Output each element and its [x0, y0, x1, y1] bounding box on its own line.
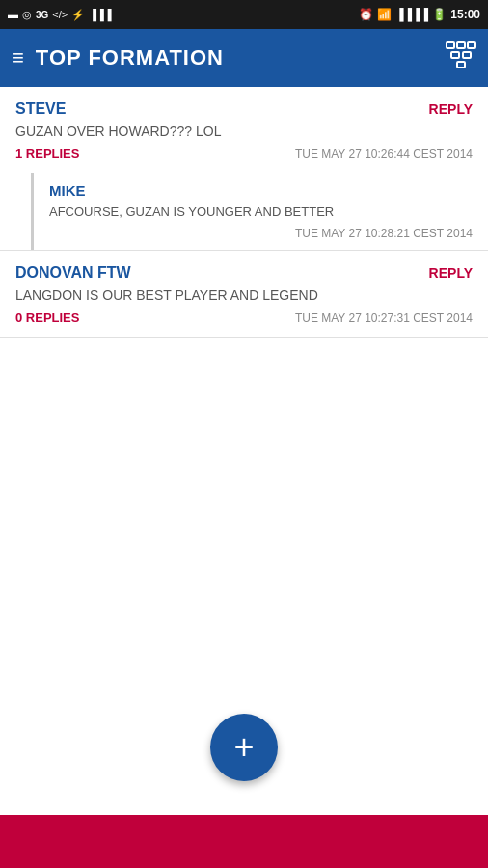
svg-rect-4: [463, 52, 471, 58]
comment-donovan-author: DONOVAN FTW: [15, 264, 131, 282]
network-icon: ▐▐▐▐: [395, 8, 428, 21]
comments-list: STEVE REPLY GUZAN OVER HOWARD??? LOL 1 R…: [0, 87, 488, 338]
comment-donovan: DONOVAN FTW REPLY LANGDON IS OUR BEST PL…: [0, 251, 488, 338]
signal-bars-icon: ▐▐▐: [89, 9, 111, 20]
reply-steve-button[interactable]: REPLY: [429, 101, 473, 117]
comment-steve: STEVE REPLY GUZAN OVER HOWARD??? LOL 1 R…: [0, 87, 488, 251]
clock: 15:00: [450, 8, 480, 21]
comment-donovan-text: LANGDON IS OUR BEST PLAYER AND LEGEND: [15, 287, 473, 303]
status-bar: ▬ ◎ 3G </> ⚡ ▐▐▐ ⏰ 📶 ▐▐▐▐ 🔋 15:00: [0, 0, 488, 29]
comment-steve-text: GUZAN OVER HOWARD??? LOL: [15, 123, 473, 139]
code-icon: </>: [52, 9, 68, 20]
steve-replies-count: 1 REPLIES: [15, 147, 79, 161]
add-comment-fab[interactable]: +: [210, 714, 278, 781]
top-bar: ≡ TOP FORMATION: [0, 29, 488, 87]
reply-mike-timestamp: TUE MAY 27 10:28:21 CEST 2014: [49, 227, 473, 240]
reply-mike-text: AFCOURSE, GUZAN IS YOUNGER AND BETTER: [49, 204, 473, 219]
wifi-icon: 📶: [377, 8, 392, 21]
svg-rect-3: [451, 52, 459, 58]
sim-icon: ▬: [8, 9, 18, 20]
comment-steve-footer: 1 REPLIES TUE MAY 27 10:26:44 CEST 2014: [15, 147, 473, 173]
comment-donovan-footer: 0 REPLIES TUE MAY 27 10:27:31 CEST 2014: [15, 311, 473, 337]
usb-icon: ⚡: [71, 9, 85, 21]
formation-icon[interactable]: [446, 41, 476, 75]
svg-rect-1: [457, 42, 465, 48]
battery-icon: 🔋: [432, 8, 447, 21]
comment-steve-author: STEVE: [15, 100, 66, 118]
reply-mike-author: MIKE: [49, 182, 473, 199]
reply-mike: MIKE AFCOURSE, GUZAN IS YOUNGER AND BETT…: [31, 173, 473, 250]
comment-donovan-header: DONOVAN FTW REPLY: [15, 264, 473, 282]
3g-icon: 3G: [36, 10, 48, 20]
svg-rect-0: [447, 42, 454, 48]
bottom-bar: [0, 815, 488, 868]
plus-icon: +: [233, 730, 254, 765]
status-bar-left-icons: ▬ ◎ 3G </> ⚡ ▐▐▐: [8, 9, 112, 21]
menu-icon[interactable]: ≡: [12, 47, 24, 68]
donovan-timestamp: TUE MAY 27 10:27:31 CEST 2014: [295, 312, 473, 325]
reply-donovan-button[interactable]: REPLY: [429, 265, 473, 281]
page-title: TOP FORMATION: [36, 45, 224, 70]
donovan-replies-count: 0 REPLIES: [15, 311, 79, 325]
circle-icon: ◎: [22, 9, 32, 21]
steve-timestamp: TUE MAY 27 10:26:44 CEST 2014: [295, 148, 473, 161]
top-bar-left: ≡ TOP FORMATION: [12, 45, 224, 70]
alarm-icon: ⏰: [359, 8, 373, 21]
svg-rect-5: [457, 62, 465, 68]
comment-steve-header: STEVE REPLY: [15, 100, 473, 118]
status-bar-right: ⏰ 📶 ▐▐▐▐ 🔋 15:00: [359, 8, 480, 21]
svg-rect-2: [468, 42, 475, 48]
